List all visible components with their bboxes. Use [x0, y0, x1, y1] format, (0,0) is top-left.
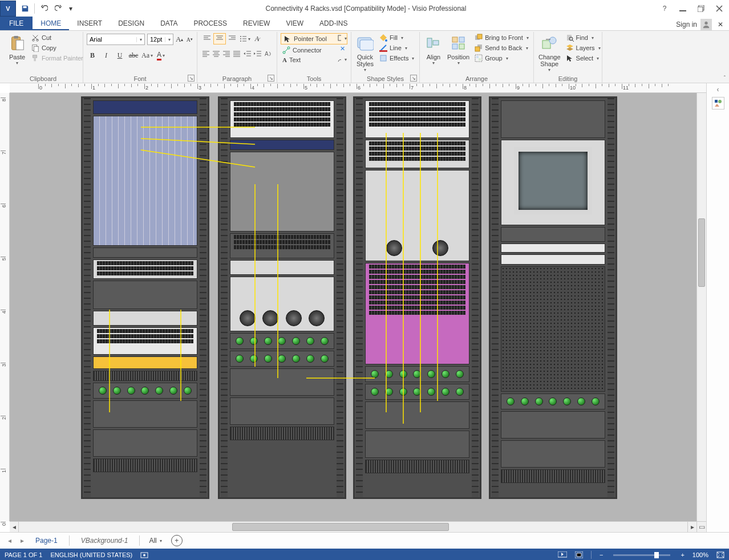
decrease-indent[interactable]	[242, 48, 253, 59]
align-center[interactable]	[211, 48, 221, 59]
signin-link[interactable]: Sign in	[676, 21, 697, 29]
rack-4-unit-6[interactable]	[501, 266, 605, 392]
rack-2[interactable]	[218, 96, 346, 499]
rack-1-unit-6[interactable]	[93, 311, 197, 326]
rack-4-unit-1[interactable]	[501, 100, 605, 138]
rack-2-unit-5[interactable]	[230, 260, 334, 275]
find-button[interactable]: Find▾	[564, 33, 602, 42]
horizontal-scrollbar[interactable]: ◂ ▸	[10, 521, 696, 532]
align-top-center[interactable]	[213, 33, 226, 44]
paste-button[interactable]: Paste▾	[7, 33, 27, 67]
tab-home[interactable]: HOME	[33, 17, 69, 30]
layers-button[interactable]: Layers▾	[564, 43, 602, 52]
pagetab-next[interactable]: ▸	[17, 535, 27, 546]
drawing-canvas[interactable]	[10, 93, 706, 521]
rack-2-unit-2[interactable]	[230, 140, 334, 150]
redo-button[interactable]	[52, 2, 66, 15]
rack-1-unit-12[interactable]	[93, 429, 197, 457]
rack-2-unit-6[interactable]	[230, 277, 334, 331]
rack-1-unit-10[interactable]	[93, 383, 197, 399]
strike-button[interactable]: abc	[128, 50, 139, 61]
pagetab-prev[interactable]: ◂	[5, 535, 15, 546]
rack-4-unit-5[interactable]	[501, 254, 605, 265]
effects-button[interactable]: Effects▾	[378, 54, 416, 63]
hscroll-right[interactable]: ▸	[687, 522, 696, 532]
tab-review[interactable]: REVIEW	[235, 17, 278, 30]
rack-1[interactable]	[81, 96, 209, 499]
align-right[interactable]	[221, 48, 232, 59]
restore-button[interactable]	[694, 2, 708, 15]
rack-2-unit-1[interactable]	[230, 100, 334, 138]
tab-design[interactable]: DESIGN	[110, 17, 152, 30]
status-language[interactable]: ENGLISH (UNITED STATES)	[50, 551, 132, 558]
connection-point-tool[interactable]: ✕	[336, 44, 349, 53]
format-painter-button[interactable]: Format Painter	[30, 54, 85, 63]
rack-3-unit-1[interactable]	[365, 100, 469, 138]
add-page-button[interactable]: +	[171, 535, 183, 546]
hscroll-thumb[interactable]	[232, 523, 449, 531]
save-button[interactable]	[18, 2, 32, 15]
rack-1-unit-2[interactable]	[93, 116, 197, 246]
page-tab-background[interactable]: VBackground-1	[75, 534, 134, 547]
change-shape-button[interactable]: Change Shape▾	[537, 33, 562, 74]
bold-button[interactable]: B	[87, 50, 98, 61]
position-button[interactable]: Position▾	[446, 33, 471, 67]
rack-1-unit-4[interactable]	[93, 259, 197, 279]
vscroll-thumb[interactable]	[698, 218, 705, 287]
quick-styles-button[interactable]: Quick Styles▾	[355, 33, 375, 74]
underline-button[interactable]: U	[114, 50, 125, 61]
rack-1-unit-9[interactable]	[93, 371, 197, 381]
tab-view[interactable]: VIEW	[278, 17, 311, 30]
vertical-scrollbar[interactable]	[696, 93, 706, 521]
fill-button[interactable]: Fill▾	[378, 33, 416, 42]
qat-customize[interactable]: ▾	[67, 2, 75, 15]
rack-3[interactable]	[353, 96, 481, 499]
grow-font-button[interactable]: A▴	[176, 34, 184, 45]
line-button[interactable]: Line▾	[378, 43, 416, 52]
shapestyles-launcher[interactable]: ↘	[410, 75, 417, 82]
rack-2-unit-9[interactable]	[230, 368, 334, 396]
file-tab[interactable]: FILE	[0, 17, 33, 30]
group-button[interactable]: Group▾	[473, 54, 530, 63]
rack-1-unit-1[interactable]	[93, 100, 197, 114]
rack-2-unit-7[interactable]	[230, 333, 334, 349]
font-family-combo[interactable]: ▾	[87, 34, 145, 45]
rack-4-unit-3[interactable]	[501, 227, 605, 242]
clear-format[interactable]: A∕	[251, 33, 264, 44]
shapes-pane-button[interactable]	[712, 97, 724, 109]
rack-4-unit-7[interactable]	[501, 393, 605, 409]
macro-record-icon[interactable]	[140, 551, 148, 559]
rack-3-unit-9[interactable]	[365, 460, 469, 473]
rack-3-unit-5[interactable]	[365, 366, 469, 382]
tab-addins[interactable]: ADD-INS	[311, 17, 355, 30]
rack-2-unit-8[interactable]	[230, 351, 334, 367]
rack-2-unit-10[interactable]	[230, 397, 334, 425]
bullets-button[interactable]: ▾	[238, 33, 251, 44]
increase-indent[interactable]	[253, 48, 263, 59]
rack-3-unit-6[interactable]	[365, 384, 469, 400]
rack-4[interactable]	[489, 96, 617, 499]
italic-button[interactable]: I	[100, 50, 112, 61]
rack-1-unit-8[interactable]	[93, 356, 197, 369]
tab-process[interactable]: PROCESS	[185, 17, 235, 30]
undo-button[interactable]	[37, 2, 51, 15]
align-button[interactable]: Align▾	[423, 33, 444, 67]
font-size-combo[interactable]: ▾	[147, 34, 173, 45]
rack-1-unit-13[interactable]	[93, 458, 197, 472]
rack-4-unit-4[interactable]	[501, 244, 605, 253]
ribbon-close-icon[interactable]: ✕	[715, 21, 726, 29]
zoom-out[interactable]: −	[600, 551, 603, 558]
font-color-button[interactable]: A▾	[155, 50, 167, 61]
shrink-font-button[interactable]: A▾	[186, 34, 194, 45]
rack-4-unit-8[interactable]	[501, 411, 605, 439]
rack-1-unit-7[interactable]	[93, 327, 197, 355]
hscroll-left[interactable]: ◂	[10, 522, 19, 532]
send-back-button[interactable]: Send to Back▾	[473, 43, 530, 52]
presentation-mode-icon[interactable]	[558, 551, 567, 558]
rack-4-unit-9[interactable]	[501, 440, 605, 468]
rack-2-unit-11[interactable]	[230, 427, 334, 440]
fit-to-window-icon[interactable]	[575, 551, 583, 558]
cut-button[interactable]: Cut	[30, 33, 85, 42]
align-left[interactable]	[201, 48, 211, 59]
font-launcher[interactable]: ↘	[188, 75, 195, 82]
